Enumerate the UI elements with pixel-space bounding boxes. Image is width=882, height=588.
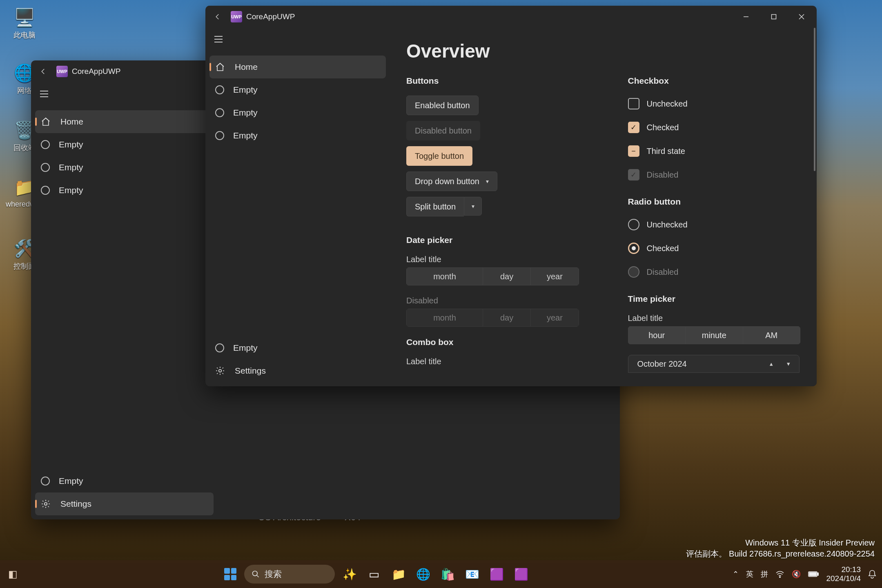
nav-item-empty[interactable]: Empty — [209, 336, 386, 359]
wifi-icon[interactable] — [775, 570, 784, 578]
clock-date: 2024/10/4 — [826, 574, 861, 583]
desktop-icon-label: 此电脑 — [6, 30, 43, 40]
circle-icon — [215, 85, 224, 94]
date-day-field[interactable]: day — [483, 267, 531, 285]
checkbox-unchecked[interactable]: Unchecked — [628, 96, 801, 112]
hamburger-button[interactable] — [35, 85, 53, 103]
checkbox-label: Checked — [647, 123, 679, 132]
nav-item-label: Empty — [233, 85, 258, 95]
time-picker-label: Label title — [628, 314, 801, 323]
volume-icon[interactable]: 🔇 — [792, 570, 801, 579]
mail-icon[interactable]: 📧 — [462, 564, 482, 584]
monitor-icon: 🖥️ — [13, 6, 36, 29]
dropdown-button[interactable]: Drop down button▾ — [406, 172, 497, 191]
nav-item-home[interactable]: Home — [209, 56, 386, 78]
nav-item-empty[interactable]: Empty — [209, 124, 386, 147]
chevron-down-icon[interactable]: ▾ — [787, 360, 790, 368]
store-icon[interactable]: 🛍️ — [438, 564, 457, 584]
app-icon[interactable]: 🟪 — [511, 564, 531, 584]
window-title: CoreAppUWP — [72, 67, 120, 76]
split-button-chevron[interactable]: ▾ — [464, 197, 482, 216]
taskbar-clock[interactable]: 20:13 2024/10/4 — [826, 565, 861, 583]
notifications-icon[interactable] — [868, 570, 876, 579]
section-header-date-picker: Date picker — [406, 235, 579, 245]
minimize-button[interactable] — [734, 9, 758, 25]
enabled-button[interactable]: Enabled button — [406, 96, 479, 115]
watermark-line1: Windows 11 专业版 Insider Preview — [686, 537, 875, 548]
nav-item-empty[interactable]: Empty — [209, 78, 386, 101]
nav-item-empty[interactable]: Empty — [209, 101, 386, 124]
radio-icon — [628, 219, 639, 230]
checkbox-third-state[interactable]: − Third state — [628, 143, 801, 159]
section-header-buttons: Buttons — [406, 76, 579, 86]
svg-point-4 — [780, 577, 780, 577]
nav-item-empty[interactable]: Empty — [35, 156, 214, 179]
tray-expand-icon[interactable]: ⌃ — [733, 570, 739, 579]
time-ampm-field[interactable]: AM — [743, 326, 801, 344]
nav-item-empty[interactable]: Empty — [35, 470, 214, 492]
radio-checked[interactable]: Checked — [628, 240, 801, 256]
nav-item-label: Empty — [233, 131, 258, 140]
circle-icon — [41, 163, 50, 172]
checkbox-disabled: ✓ Disabled — [628, 167, 801, 183]
section-header-time-picker: Time picker — [628, 294, 801, 304]
file-explorer-icon[interactable]: 📁 — [389, 564, 408, 584]
date-year-field[interactable]: year — [531, 267, 579, 285]
nav-item-label: Empty — [59, 476, 83, 486]
chevron-up-icon[interactable]: ▴ — [770, 360, 773, 368]
edge-icon[interactable]: 🌐 — [413, 564, 433, 584]
time-minute-field[interactable]: minute — [686, 326, 743, 344]
date-day-field: day — [483, 309, 531, 327]
checkbox-label: Disabled — [647, 170, 679, 180]
copilot-icon[interactable]: ✨ — [340, 564, 359, 584]
time-hour-field[interactable]: hour — [628, 326, 686, 344]
ime-indicator[interactable]: 英 — [746, 569, 753, 579]
nav-item-settings[interactable]: Settings — [35, 492, 214, 515]
nav-item-settings[interactable]: Settings — [209, 359, 386, 382]
radio-icon — [628, 266, 639, 278]
checkbox-label: Unchecked — [647, 99, 688, 109]
back-button[interactable] — [209, 8, 227, 26]
hamburger-button[interactable] — [209, 30, 227, 48]
app-icon[interactable]: 🟪 — [487, 564, 506, 584]
page-title: Overview — [406, 40, 800, 62]
split-button[interactable]: Split button ▾ — [406, 197, 482, 216]
toggle-button[interactable]: Toggle button — [406, 146, 472, 166]
checkbox-icon — [628, 98, 639, 109]
calendar-month-label: October 2024 — [637, 359, 687, 369]
time-picker[interactable]: hour minute AM — [628, 326, 801, 344]
taskbar: ◧ 搜索 ✨ ▭ 📁 🌐 🛍️ 📧 🟪 🟪 ⌃ 英 拼 🔇 20:13 2024… — [0, 560, 882, 588]
widgets-button[interactable]: ◧ — [6, 567, 20, 581]
split-button-main[interactable]: Split button — [406, 197, 464, 216]
radio-label: Disabled — [647, 267, 679, 277]
scrollbar-thumb[interactable] — [814, 28, 815, 171]
desktop-icon-this-pc[interactable]: 🖥️ 此电脑 — [6, 6, 43, 40]
battery-icon[interactable] — [808, 571, 819, 577]
start-button[interactable] — [221, 565, 239, 583]
radio-unchecked[interactable]: Unchecked — [628, 216, 801, 233]
app-logo-icon: UWP — [231, 11, 242, 22]
calendar-header[interactable]: October 2024 ▴ ▾ — [628, 355, 800, 373]
nav-item-home[interactable]: Home — [35, 110, 214, 133]
search-icon — [252, 570, 260, 578]
ime-indicator[interactable]: 拼 — [761, 569, 768, 579]
checkbox-checked[interactable]: ✓ Checked — [628, 119, 801, 136]
task-view-icon[interactable]: ▭ — [364, 564, 384, 584]
back-button[interactable] — [34, 62, 52, 80]
close-button[interactable] — [790, 9, 813, 25]
nav-item-empty[interactable]: Empty — [35, 179, 214, 202]
home-icon — [41, 117, 51, 127]
date-month-field[interactable]: month — [406, 267, 483, 285]
nav-item-label: Home — [235, 62, 258, 72]
date-picker-label: Label title — [406, 255, 579, 264]
date-picker[interactable]: month day year — [406, 267, 579, 285]
clock-time: 20:13 — [826, 565, 861, 574]
windows-watermark: Windows 11 专业版 Insider Preview 评估副本。 Bui… — [686, 537, 875, 559]
taskbar-search[interactable]: 搜索 — [244, 565, 335, 584]
date-picker-disabled-label: Disabled — [406, 296, 579, 305]
svg-point-3 — [253, 571, 258, 576]
nav-item-empty[interactable]: Empty — [35, 133, 214, 156]
app-logo-icon: UWP — [56, 66, 68, 77]
checkmark-icon: ✓ — [628, 169, 639, 180]
maximize-button[interactable] — [762, 9, 786, 25]
